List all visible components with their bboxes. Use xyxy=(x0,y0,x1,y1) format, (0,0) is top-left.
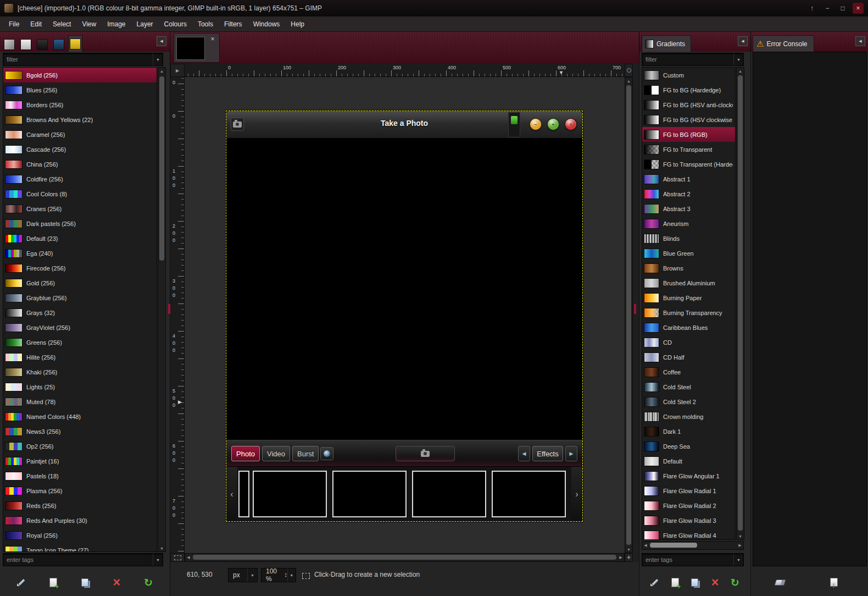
gradient-item[interactable]: FG to Transparent (Hardedge) xyxy=(642,157,735,172)
palette-item[interactable]: Firecode (256) xyxy=(3,261,157,275)
palette-item[interactable]: Op2 (256) xyxy=(3,439,157,454)
palette-item[interactable]: Reds And Purples (30) xyxy=(3,513,157,528)
gradient-scrollbar-thumb[interactable] xyxy=(738,75,743,531)
gradient-item[interactable]: Abstract 1 xyxy=(642,172,735,186)
scroll-up-icon[interactable] xyxy=(625,78,632,84)
palette-item[interactable]: Royal (256) xyxy=(3,528,157,543)
menu-image[interactable]: Image xyxy=(102,18,131,31)
palette-item[interactable]: Plasma (256) xyxy=(3,483,157,498)
quick-mask-toggle[interactable] xyxy=(170,553,185,562)
error-console-menu-button[interactable] xyxy=(855,36,865,46)
gradient-item[interactable]: FG to BG (HSV clockwise hue) xyxy=(642,112,735,127)
gradient-filter-input[interactable]: filter xyxy=(642,53,744,66)
window-minimize-button[interactable]: − xyxy=(822,3,833,14)
menu-filters[interactable]: Filters xyxy=(219,18,248,31)
gradient-item[interactable]: Browns xyxy=(642,261,735,275)
unit-select[interactable]: px xyxy=(228,568,258,582)
gradient-hscrollbar[interactable] xyxy=(642,541,744,550)
cheese-thumbnail[interactable] xyxy=(492,471,566,517)
tab-gradients[interactable]: Gradients xyxy=(642,35,691,52)
canvas-vscrollbar[interactable] xyxy=(625,77,633,553)
gradient-tags-input[interactable]: enter tags xyxy=(642,553,744,566)
cheese-thumbnail[interactable] xyxy=(332,471,407,517)
canvas-viewport[interactable]: Take a Photo −+× PhotoVideoBurst Effects xyxy=(185,77,625,553)
menu-tools[interactable]: Tools xyxy=(192,18,219,31)
histogram-tab[interactable] xyxy=(52,37,66,52)
scroll-down-icon[interactable] xyxy=(158,545,165,551)
gradient-item[interactable]: Coffee xyxy=(642,365,735,379)
scroll-left-icon[interactable] xyxy=(185,554,192,561)
menu-edit[interactable]: Edit xyxy=(25,18,47,31)
refresh-gradients-button[interactable] xyxy=(726,574,744,591)
gradient-item[interactable]: FG to Transparent xyxy=(642,142,735,157)
palette-item[interactable]: Cranes (256) xyxy=(3,201,157,216)
h-ruler[interactable]: 0100200300400500600700 xyxy=(185,64,625,77)
gradient-item[interactable]: Flare Glow Radial 3 xyxy=(642,513,735,528)
palette-item[interactable]: Reds (256) xyxy=(3,498,157,513)
cheese-thumbnail[interactable] xyxy=(412,471,486,517)
gradient-item[interactable]: Flare Glow Radial 2 xyxy=(642,498,735,513)
gradient-item[interactable]: Dark 1 xyxy=(642,424,735,439)
scroll-up-icon[interactable] xyxy=(158,68,165,74)
gradient-item[interactable]: Aneurism xyxy=(642,216,735,231)
gradient-item[interactable]: CD Half xyxy=(642,350,735,365)
titlebar[interactable]: [cheese] (imported)-1.0 (RGB colour 8-bi… xyxy=(0,0,868,16)
edit-palette-button[interactable] xyxy=(12,574,31,591)
cheese-burst-button[interactable]: Burst xyxy=(292,446,319,461)
clear-errors-button[interactable] xyxy=(771,574,789,591)
gradient-item[interactable]: Brushed Aluminium xyxy=(642,275,735,290)
buffers-tab[interactable] xyxy=(35,37,49,52)
palette-item[interactable]: Paintjet (16) xyxy=(3,454,157,468)
palette-item[interactable]: Grays (32) xyxy=(3,305,157,320)
duplicate-gradient-button[interactable] xyxy=(686,574,704,591)
palette-item[interactable]: Blues (256) xyxy=(3,82,157,97)
effects-button[interactable]: Effects xyxy=(532,446,563,461)
effects-prev-button[interactable] xyxy=(518,446,530,461)
palette-filter-input[interactable]: filter xyxy=(3,53,163,66)
gradient-item[interactable]: Burning Transparency xyxy=(642,305,735,320)
palette-item[interactable]: Named Colors (448) xyxy=(3,409,157,424)
menu-help[interactable]: Help xyxy=(285,18,310,31)
scroll-right-icon[interactable] xyxy=(737,542,743,549)
gradient-item[interactable]: FG to BG (HSV anti-clockwise) xyxy=(642,97,735,112)
edit-gradient-button[interactable] xyxy=(646,574,664,591)
gradient-item[interactable]: Flare Glow Radial 1 xyxy=(642,483,735,498)
zoom-follow-button[interactable] xyxy=(625,64,633,77)
thumbnails-next-button[interactable] xyxy=(571,467,582,521)
palette-item[interactable]: Bgold (256) xyxy=(3,68,157,82)
tab-error-console[interactable]: ⚠ Error Console xyxy=(753,35,814,52)
canvas-hscrollbar-thumb[interactable] xyxy=(193,555,616,560)
dock-grip-right[interactable] xyxy=(634,304,636,314)
palette-scrollbar-thumb[interactable] xyxy=(159,76,164,261)
palette-item[interactable]: Coldfire (256) xyxy=(3,172,157,186)
canvas-vscrollbar-thumb[interactable] xyxy=(626,85,631,545)
palette-item[interactable]: Greens (256) xyxy=(3,335,157,350)
gradient-item[interactable]: Default xyxy=(642,454,735,468)
cheese-video-button[interactable]: Video xyxy=(262,446,290,461)
window-close-button[interactable]: × xyxy=(853,3,864,14)
palette-item[interactable]: Caramel (256) xyxy=(3,127,157,142)
gradient-item[interactable]: Blinds xyxy=(642,231,735,246)
palettes-dock-menu-button[interactable] xyxy=(157,36,166,46)
duplicate-palette-button[interactable] xyxy=(75,574,94,591)
new-palette-button[interactable] xyxy=(44,574,63,591)
menu-colours[interactable]: Colours xyxy=(159,18,192,31)
palette-item[interactable]: Dark pastels (256) xyxy=(3,216,157,231)
cheese-maximize-button[interactable]: + xyxy=(547,118,559,130)
scroll-down-icon[interactable] xyxy=(737,533,744,539)
navigation-button[interactable] xyxy=(625,553,633,562)
gradient-item[interactable]: Abstract 2 xyxy=(642,186,735,201)
palette-item[interactable]: Muted (78) xyxy=(3,394,157,409)
palette-item[interactable]: Cascade (256) xyxy=(3,142,157,157)
palettes-tab[interactable] xyxy=(68,35,82,52)
window-maximize-button[interactable]: □ xyxy=(837,3,848,14)
palette-item[interactable]: Hilite (256) xyxy=(3,350,157,365)
cheese-thumbnail-partial[interactable] xyxy=(238,471,249,517)
cheese-close-button[interactable]: × xyxy=(565,118,577,130)
gradient-item[interactable]: FG to BG (Hardedge) xyxy=(642,82,735,97)
menu-select[interactable]: Select xyxy=(47,18,76,31)
gradient-scrollbar[interactable] xyxy=(736,67,744,540)
scroll-up-icon[interactable] xyxy=(737,68,744,74)
palette-item[interactable]: Cool Colors (8) xyxy=(3,186,157,201)
new-gradient-button[interactable] xyxy=(666,574,685,591)
